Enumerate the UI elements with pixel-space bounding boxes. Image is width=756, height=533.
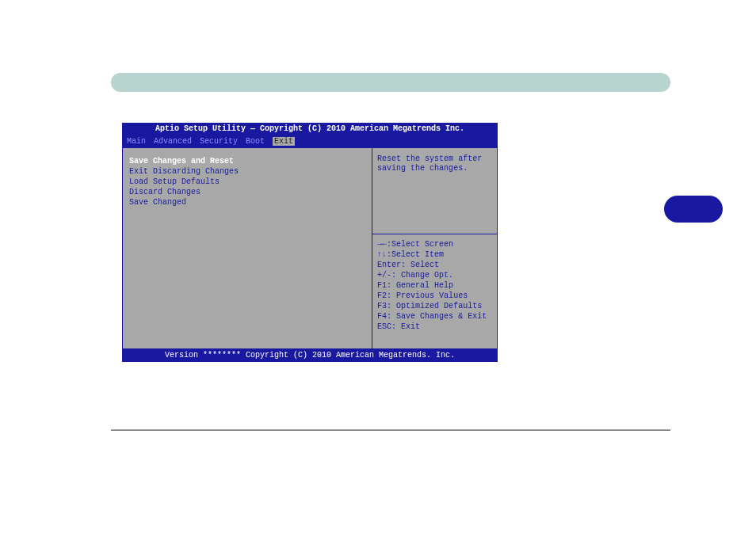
bios-menu-panel: Save Changes and Reset Exit Discarding C… xyxy=(122,148,372,349)
bios-right-panel: Reset the system after saving the change… xyxy=(372,148,498,349)
menu-discard-changes[interactable]: Discard Changes xyxy=(129,187,365,197)
menu-load-setup-defaults[interactable]: Load Setup Defaults xyxy=(129,177,365,187)
key-f2: F2: Previous Values xyxy=(377,291,492,301)
bios-description: Reset the system after saving the change… xyxy=(372,148,497,234)
key-select-screen: →←:Select Screen xyxy=(377,239,492,249)
section-header-bar xyxy=(111,73,670,92)
bios-body: Save Changes and Reset Exit Discarding C… xyxy=(122,148,498,349)
bios-title-bar: Aptio Setup Utility — Copyright (C) 2010… xyxy=(122,123,498,135)
horizontal-rule xyxy=(111,429,670,431)
side-page-badge xyxy=(664,196,723,223)
tab-exit[interactable]: Exit xyxy=(273,137,295,146)
menu-exit-discarding-changes[interactable]: Exit Discarding Changes xyxy=(129,166,365,177)
key-f4: F4: Save Changes & Exit xyxy=(377,311,492,322)
key-change-opt: +/-: Change Opt. xyxy=(377,270,492,280)
key-enter: Enter: Select xyxy=(377,260,492,270)
bios-tab-bar: MainAdvancedSecurityBootExit xyxy=(122,135,498,148)
key-select-item: ↑↓:Select Item xyxy=(377,249,492,260)
bios-setup-window: Aptio Setup Utility — Copyright (C) 2010… xyxy=(122,123,498,362)
bios-footer: Version ******** Copyright (C) 2010 Amer… xyxy=(122,349,498,362)
tab-advanced[interactable]: Advanced xyxy=(154,137,192,146)
bios-key-help: →←:Select Screen ↑↓:Select Item Enter: S… xyxy=(372,234,497,348)
key-f3: F3: Optimized Defaults xyxy=(377,301,492,311)
key-esc: ESC: Exit xyxy=(377,322,492,332)
tab-security[interactable]: Security xyxy=(200,137,238,146)
tab-main[interactable]: Main xyxy=(127,137,146,146)
menu-save-changed[interactable]: Save Changed xyxy=(129,197,365,207)
key-f1: F1: General Help xyxy=(377,280,492,291)
menu-save-changes-and-reset[interactable]: Save Changes and Reset xyxy=(129,156,365,166)
tab-boot[interactable]: Boot xyxy=(246,137,265,146)
